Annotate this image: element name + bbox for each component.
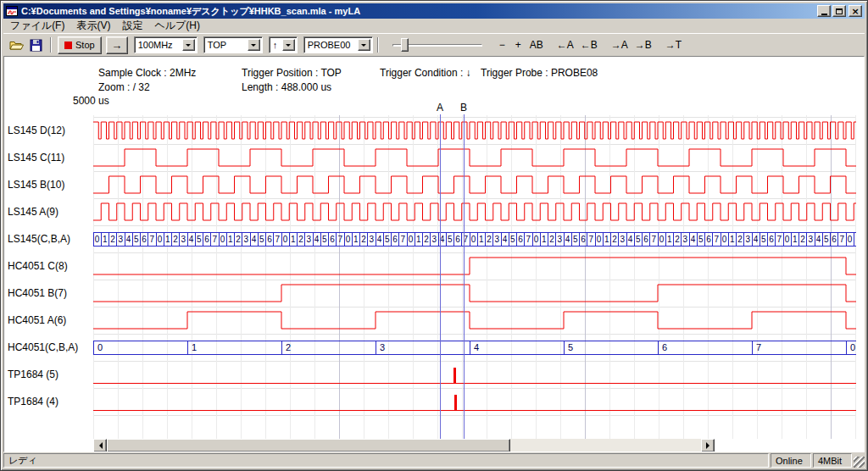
svg-text:4: 4 (628, 235, 633, 244)
svg-text:0: 0 (97, 342, 103, 352)
minimize-button[interactable] (817, 5, 831, 17)
svg-text:5: 5 (197, 235, 202, 244)
chevron-down-icon[interactable] (282, 39, 295, 51)
svg-text:0: 0 (850, 342, 855, 352)
svg-text:2: 2 (110, 235, 115, 244)
time-scale-label: 5000 us (73, 95, 109, 107)
trigger-position-select[interactable]: TOP (203, 36, 263, 53)
trigger-position-value: TOP (204, 40, 247, 50)
stop-button[interactable]: Stop (58, 36, 102, 54)
ab-markers-button[interactable]: AB (526, 36, 547, 53)
save-button[interactable] (26, 36, 46, 54)
run-button[interactable]: → (106, 36, 128, 54)
app-window: C:¥Documents and Settings¥noname¥デスクトップ¥… (0, 0, 868, 471)
chevron-down-icon[interactable] (248, 39, 260, 51)
svg-text:1: 1 (542, 235, 547, 244)
zoom-in-button[interactable]: + (510, 36, 526, 53)
close-button[interactable]: × (849, 5, 862, 17)
svg-text:4: 4 (440, 235, 445, 244)
svg-text:2: 2 (800, 235, 805, 244)
svg-text:0: 0 (471, 235, 476, 244)
slider-thumb[interactable] (401, 38, 409, 52)
svg-text:1: 1 (416, 235, 421, 244)
status-online-panel: Online (771, 453, 811, 468)
svg-text:3: 3 (809, 235, 814, 244)
svg-text:3: 3 (370, 235, 375, 244)
trigger-condition-text: Trigger Condition : ↓ (380, 67, 471, 79)
jump-prev-b-button[interactable]: ←B (577, 36, 601, 53)
svg-text:0: 0 (534, 235, 539, 244)
sample-clock-select[interactable]: 100MHz (134, 36, 198, 53)
svg-text:7: 7 (526, 235, 531, 244)
resize-grip[interactable] (854, 457, 865, 468)
chevron-down-icon[interactable] (182, 39, 195, 51)
svg-text:2: 2 (675, 235, 680, 244)
svg-text:7: 7 (715, 235, 720, 244)
svg-text:6: 6 (643, 235, 648, 244)
svg-text:4: 4 (474, 342, 479, 352)
svg-text:7: 7 (213, 235, 218, 244)
trigger-probe-select[interactable]: PROBE00 (303, 36, 373, 53)
statusbar: レディ Online 4MBit (3, 452, 865, 468)
svg-text:5: 5 (448, 235, 453, 244)
open-folder-icon (9, 39, 24, 52)
svg-text:3: 3 (683, 235, 688, 244)
chevron-down-icon[interactable] (358, 39, 370, 51)
svg-text:4: 4 (314, 235, 320, 244)
scroll-right-button[interactable] (701, 439, 715, 452)
jump-trigger-button[interactable]: →T (662, 36, 685, 53)
svg-text:5: 5 (761, 235, 766, 244)
svg-text:5: 5 (259, 235, 264, 244)
trigger-edge-select[interactable]: ↑ (269, 36, 298, 53)
horizontal-scrollbar[interactable] (93, 439, 715, 452)
svg-text:7: 7 (589, 235, 594, 244)
svg-text:7: 7 (275, 235, 281, 244)
jump-next-a-button[interactable]: →A (608, 36, 632, 53)
status-ready-text: レディ (8, 454, 37, 467)
jump-prev-a-button[interactable]: ←A (554, 36, 577, 53)
trigger-probe-text: Trigger Probe : PROBE08 (481, 67, 598, 79)
open-file-button[interactable] (7, 36, 26, 54)
svg-text:5: 5 (568, 342, 573, 352)
svg-text:6: 6 (769, 235, 774, 244)
svg-text:4: 4 (565, 235, 570, 244)
svg-text:6: 6 (662, 342, 667, 352)
svg-text:5: 5 (573, 235, 578, 244)
svg-text:0: 0 (220, 235, 225, 244)
waveform-display[interactable]: 0123456701234567012345670123456701234567… (3, 56, 865, 452)
svg-text:2: 2 (286, 342, 291, 352)
svg-text:6: 6 (706, 235, 711, 244)
svg-text:2: 2 (737, 235, 743, 244)
menu-help[interactable]: ヘルプ(H) (148, 18, 206, 34)
svg-text:1: 1 (192, 342, 197, 352)
sample-clock-text: Sample Clock : 2MHz (98, 67, 196, 79)
arrow-right-icon (706, 442, 713, 449)
svg-text:7: 7 (401, 235, 406, 244)
zoom-slider[interactable] (391, 36, 484, 54)
svg-text:2: 2 (549, 235, 554, 244)
jump-next-b-button[interactable]: →B (632, 36, 655, 53)
zoom-out-button[interactable]: − (494, 36, 510, 53)
scrollbar-thumb[interactable] (107, 439, 510, 452)
svg-text:1: 1 (730, 235, 735, 244)
svg-text:1: 1 (291, 235, 296, 244)
maximize-button[interactable] (832, 5, 846, 17)
svg-text:2: 2 (298, 235, 303, 244)
svg-text:0: 0 (158, 235, 163, 244)
status-ready-panel: レディ (3, 453, 769, 468)
titlebar[interactable]: C:¥Documents and Settings¥noname¥デスクトップ¥… (3, 3, 865, 19)
svg-text:0: 0 (722, 235, 727, 244)
svg-text:0: 0 (659, 235, 665, 244)
svg-text:3: 3 (620, 235, 626, 244)
svg-text:1: 1 (667, 235, 672, 244)
svg-text:1: 1 (165, 235, 170, 244)
marker-lines[interactable] (440, 114, 464, 439)
window-title: C:¥Documents and Settings¥noname¥デスクトップ¥… (21, 5, 815, 18)
menu-settings[interactable]: 設定 (116, 18, 148, 34)
menu-view[interactable]: 表示(V) (70, 18, 116, 34)
svg-text:0: 0 (409, 235, 414, 244)
menu-file[interactable]: ファイル(F) (4, 18, 70, 34)
svg-text:6: 6 (204, 235, 209, 244)
menubar: ファイル(F) 表示(V) 設定 ヘルプ(H) (3, 19, 865, 33)
scroll-left-button[interactable] (93, 439, 107, 452)
